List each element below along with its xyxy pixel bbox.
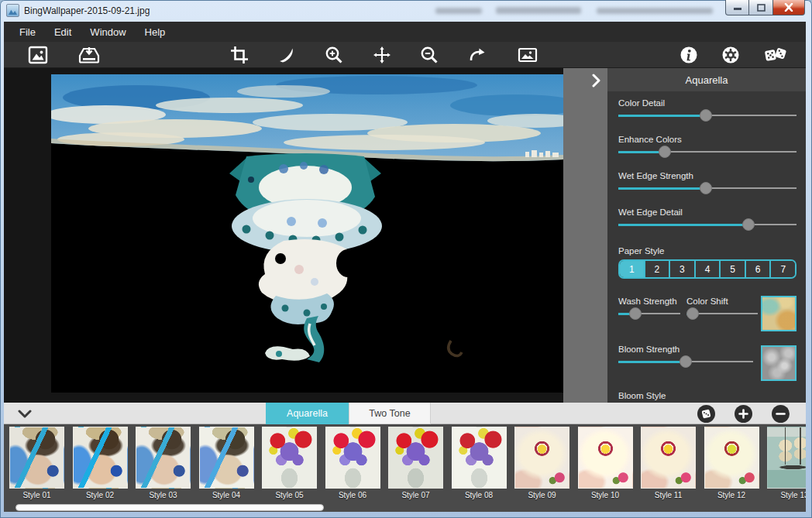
paper-style-2[interactable]: 2 [644, 261, 669, 277]
paper-style-3[interactable]: 3 [669, 261, 694, 277]
wet-edge-strength-slider[interactable] [618, 181, 797, 195]
style-thumbnail[interactable]: Style 09 [514, 427, 569, 499]
style-preview-image[interactable] [73, 427, 128, 489]
app-window: BingWallpaper-2015-09-21.jpg File Edit W… [0, 0, 812, 518]
bloom-texture-preview[interactable] [761, 345, 797, 381]
bloom-strength-slider[interactable] [618, 355, 753, 369]
style-label: Style 10 [578, 491, 633, 499]
minimize-button[interactable] [725, 0, 749, 15]
remove-style-button[interactable] [772, 405, 790, 423]
style-preview-image[interactable] [262, 427, 317, 489]
tab-two-tone[interactable]: Two Tone [349, 403, 431, 424]
style-label: Style 13 [767, 491, 806, 499]
style-preview-image[interactable] [388, 427, 443, 489]
slider-thumb[interactable] [700, 109, 712, 122]
style-thumbnail[interactable]: Style 12 [704, 427, 759, 499]
toolbar [4, 42, 806, 68]
brush-icon [277, 46, 296, 64]
paper-style-4[interactable]: 4 [694, 261, 720, 277]
title-bar[interactable]: BingWallpaper-2015-09-21.jpg [0, 0, 812, 22]
style-thumbnail[interactable]: Style 02 [73, 427, 128, 499]
maximize-button[interactable] [749, 0, 772, 15]
paper-style-label: Paper Style [618, 245, 797, 256]
tab-aquarella[interactable]: Aquarella [266, 403, 349, 424]
paper-style-1[interactable]: 1 [620, 261, 644, 277]
crop-button[interactable] [229, 44, 250, 66]
style-label: Style 11 [641, 491, 696, 499]
paper-style-5[interactable]: 5 [719, 261, 745, 277]
style-label: Style 08 [452, 491, 507, 499]
pan-button[interactable] [371, 44, 393, 66]
zoom-in-button[interactable] [323, 44, 345, 66]
menu-window[interactable]: Window [81, 22, 135, 42]
menu-file[interactable]: File [10, 22, 45, 42]
brush-button[interactable] [276, 44, 298, 66]
style-label: Style 09 [514, 491, 569, 499]
add-style-button[interactable] [735, 405, 752, 423]
slider-thumb[interactable] [700, 182, 712, 194]
preview-original-button[interactable] [517, 44, 538, 66]
zoom-out-button[interactable] [418, 44, 440, 66]
style-thumbnail[interactable]: Style 04 [199, 427, 254, 499]
style-label: Style 03 [136, 491, 191, 499]
menu-edit[interactable]: Edit [45, 22, 81, 42]
paper-style-6[interactable]: 6 [745, 261, 770, 277]
app-icon-image [6, 4, 19, 17]
save-image-button[interactable] [78, 44, 100, 66]
settings-button[interactable] [720, 44, 741, 66]
open-image-icon [28, 46, 48, 64]
wash-strength-slider[interactable] [618, 307, 680, 321]
enhance-colors-label: Enhance Colors [618, 134, 797, 145]
style-thumbnail[interactable]: Style 11 [641, 427, 696, 499]
style-thumbnail[interactable]: Style 03 [136, 427, 191, 499]
window-title: BingWallpaper-2015-09-21.jpg [24, 5, 150, 16]
style-label: Style 01 [9, 491, 64, 499]
style-preview-image[interactable] [136, 427, 191, 489]
dice-icon [764, 46, 787, 64]
enhance-colors-slider[interactable] [618, 145, 797, 159]
wash-strength-label: Wash Strength [618, 296, 686, 307]
style-thumbnail[interactable]: Style 08 [452, 427, 507, 499]
style-preview-image[interactable] [9, 427, 64, 489]
slider-thumb[interactable] [680, 355, 692, 368]
style-thumbnail[interactable]: Style 06 [325, 427, 380, 499]
slider-thumb[interactable] [659, 146, 671, 158]
style-thumbnail[interactable]: Style 05 [262, 427, 317, 499]
style-preview-image[interactable] [578, 427, 633, 489]
crop-icon [230, 46, 249, 64]
style-thumbnail[interactable]: Style 07 [388, 427, 443, 499]
random-style-button[interactable] [697, 405, 715, 423]
panel-header: Aquarella [607, 68, 806, 91]
close-button[interactable] [772, 0, 805, 15]
wet-edge-detail-slider[interactable] [618, 218, 797, 232]
random-button[interactable] [763, 44, 788, 66]
style-preview-image[interactable] [704, 427, 759, 489]
wash-texture-preview[interactable] [761, 296, 797, 331]
redo-button[interactable] [466, 44, 488, 66]
edited-image-canvas[interactable] [51, 74, 563, 393]
color-shift-slider[interactable] [686, 307, 758, 321]
open-image-button[interactable] [27, 44, 49, 66]
style-preview-image[interactable] [641, 427, 696, 489]
style-thumbnail[interactable]: Style 01 [9, 427, 64, 499]
chevron-down-icon[interactable] [18, 410, 32, 418]
menu-help[interactable]: Help [136, 22, 175, 42]
style-preview-image[interactable] [767, 427, 806, 489]
pan-icon [373, 46, 391, 64]
info-button[interactable] [678, 44, 700, 66]
style-preview-image[interactable] [199, 427, 254, 489]
style-preview-image[interactable] [325, 427, 380, 489]
style-thumbnail[interactable]: Style 10 [578, 427, 633, 499]
slider-thumb[interactable] [742, 218, 755, 231]
horizontal-scrollbar[interactable] [15, 504, 324, 511]
panel-collapse-strip[interactable] [563, 68, 607, 403]
style-thumbnail[interactable]: Style 13 [767, 427, 806, 499]
color-detail-slider[interactable] [618, 108, 797, 122]
minus-icon [776, 409, 786, 419]
style-preview-image[interactable] [514, 427, 569, 489]
slider-thumb[interactable] [686, 307, 699, 320]
slider-thumb[interactable] [629, 307, 642, 320]
minimize-icon [733, 4, 742, 11]
paper-style-7[interactable]: 7 [769, 261, 795, 277]
style-preview-image[interactable] [452, 427, 507, 489]
